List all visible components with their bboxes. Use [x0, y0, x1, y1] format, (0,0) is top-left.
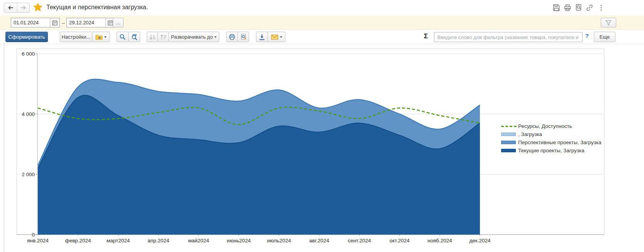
y-axis-label: 6 000	[22, 51, 35, 57]
x-axis-label: май2024	[188, 238, 209, 243]
legend-area-swatch	[501, 141, 516, 144]
legend-item: Текущие проекты, Загрузка	[501, 146, 602, 155]
chevron-down-icon	[104, 36, 107, 38]
panel-border	[4, 44, 4, 252]
legend-label: Текущие проекты, Загрузка	[518, 148, 585, 153]
favorite-star-icon[interactable]	[34, 3, 42, 13]
legend-dash-swatch	[501, 124, 517, 129]
history-nav	[4, 3, 30, 13]
preview-icon	[240, 34, 247, 40]
arrow-down-list-icon	[149, 34, 156, 40]
save-button[interactable]	[552, 4, 560, 12]
period-to-value[interactable]: 29.12.2024	[67, 18, 105, 27]
period-separator: –	[62, 20, 65, 26]
printer-icon	[229, 34, 236, 40]
legend-area-swatch	[501, 149, 516, 152]
report-variant-folder-icon	[95, 34, 103, 40]
x-axis-label: авг.2024	[309, 238, 329, 243]
print-button[interactable]	[226, 32, 238, 42]
chevron-down-icon	[214, 36, 217, 38]
arrow-right-icon	[20, 5, 26, 10]
search-icon	[119, 34, 126, 40]
filter-input[interactable]	[434, 32, 583, 42]
legend-label: Ресурсы, Доступность	[518, 123, 572, 129]
expand-to-label: Разворачивать до	[171, 34, 213, 40]
chart-legend: Ресурсы, Доступность, ЗагрузкаПерспектив…	[501, 122, 602, 155]
legend-item: , Загрузка	[501, 130, 602, 138]
period-from-field: 01.01.2024	[11, 18, 60, 27]
download-icon	[259, 34, 265, 40]
legend-label: , Загрузка	[518, 131, 542, 137]
x-axis-label: янв.2024	[27, 238, 49, 243]
expand-groups-button[interactable]	[158, 32, 169, 42]
y-axis-label: 2 000	[22, 172, 35, 177]
back-button[interactable]	[4, 3, 17, 12]
printer-icon	[564, 4, 571, 12]
expand-to-button[interactable]: Разворачивать до	[168, 32, 219, 42]
legend-item: Ресурсы, Доступность	[501, 122, 602, 130]
x-axis-label: июль2024	[267, 238, 291, 243]
arrow-up-list-icon	[160, 34, 166, 40]
envelope-icon	[271, 34, 278, 40]
page-title: Текущая и перспективная загрузка.	[46, 4, 148, 11]
calendar-icon	[52, 20, 58, 26]
period-bar: 01.01.2024 – 29.12.2024 ...	[0, 15, 644, 30]
print-preview-button[interactable]	[237, 32, 249, 42]
totals-sigma-button[interactable]: Σ	[424, 32, 428, 40]
chevron-down-icon	[280, 36, 282, 38]
report-toolbar: Сформировать Настройки...	[0, 30, 644, 44]
search-reset-icon	[131, 34, 138, 40]
preview-header-button[interactable]	[575, 4, 583, 12]
x-axis-label: март2024	[107, 238, 130, 243]
more-menu-button[interactable]	[597, 4, 605, 12]
x-axis-label: июнь2024	[227, 238, 251, 243]
y-axis-label: 4 000	[22, 111, 35, 117]
period-from-calendar-button[interactable]	[50, 18, 59, 27]
print-header-button[interactable]	[564, 4, 571, 12]
legend-label: Перспективные проекты, Загрузка	[518, 140, 602, 145]
x-axis-label: дек.2024	[469, 238, 491, 243]
x-axis-label: сент.2024	[348, 238, 371, 243]
settings-button[interactable]: Настройки...	[60, 32, 92, 42]
help-button[interactable]: ?	[585, 33, 589, 39]
legend-area-swatch	[501, 133, 516, 136]
x-axis-label: окт.2024	[390, 238, 410, 243]
x-axis-label: февр.2024	[65, 238, 92, 243]
chart-panel: 02 0004 0006 000янв.2024февр.2024март202…	[0, 44, 644, 252]
choose-variant-button[interactable]	[92, 32, 110, 42]
x-axis-label: нояб.2024	[427, 238, 452, 243]
choose-period-button[interactable]: ...	[113, 18, 124, 27]
period-from-value[interactable]: 01.01.2024	[11, 18, 50, 27]
arrow-left-icon	[8, 5, 14, 10]
save-icon	[552, 4, 560, 12]
period-to-field: 29.12.2024	[66, 18, 115, 27]
generate-button[interactable]: Сформировать	[5, 32, 48, 42]
more-actions-button[interactable]: Еще	[594, 32, 615, 42]
save-result-button[interactable]	[256, 32, 268, 42]
link-icon	[586, 4, 593, 12]
x-axis-label: апр.2024	[147, 238, 169, 243]
cancel-search-button[interactable]	[128, 32, 140, 42]
get-link-button[interactable]	[586, 4, 593, 12]
document-search-icon	[575, 4, 583, 12]
send-email-button[interactable]	[268, 32, 285, 42]
funnel-icon	[605, 20, 612, 26]
calendar-icon	[108, 20, 113, 26]
search-button[interactable]	[117, 32, 129, 42]
vertical-dots-icon	[597, 4, 605, 12]
filter-funnel-button[interactable]	[601, 18, 616, 27]
forward-button[interactable]	[17, 3, 30, 12]
window-header: Текущая и перспективная загрузка.	[0, 0, 644, 15]
collapse-groups-button[interactable]	[147, 32, 158, 42]
legend-item: Перспективные проекты, Загрузка	[501, 138, 602, 146]
